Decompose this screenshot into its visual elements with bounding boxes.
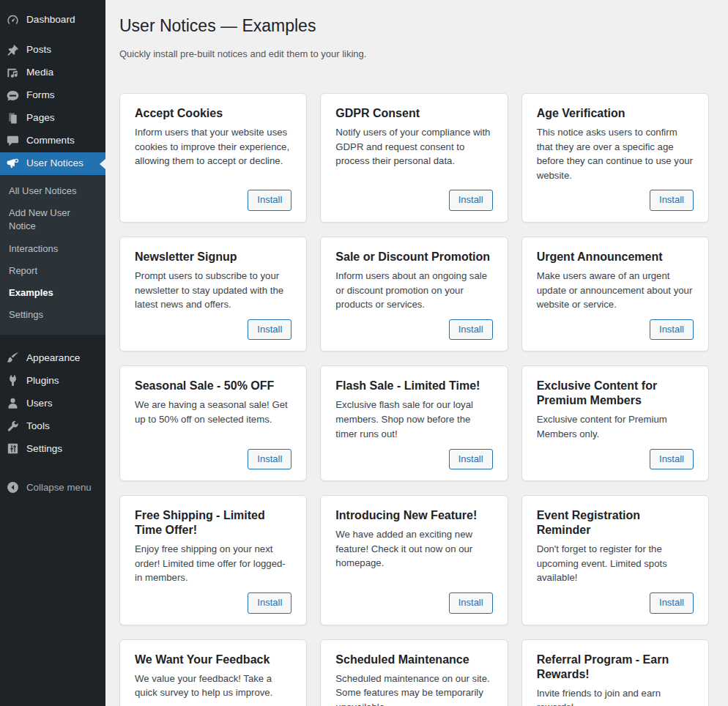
collapse-menu-button[interactable]: Collapse menu (0, 476, 105, 499)
submenu-item-interactions[interactable]: Interactions (0, 238, 105, 260)
sidebar-item-posts[interactable]: Posts (0, 39, 105, 62)
appearance-brush-icon (6, 351, 20, 365)
submenu-item-all-user-notices[interactable]: All User Notices (0, 180, 105, 202)
install-button[interactable]: Install (650, 592, 694, 614)
sidebar-item-plugins[interactable]: Plugins (0, 369, 105, 392)
card-title: Sale or Discount Promotion (335, 250, 492, 264)
sidebar-item-label: Forms (26, 89, 55, 101)
card-actions: Install (537, 182, 694, 211)
card-description: We are having a seasonal sale! Get up to… (135, 398, 291, 426)
sidebar-item-comments[interactable]: Comments (0, 130, 105, 152)
card-description: We value your feedback! Take a quick sur… (135, 672, 291, 700)
card-description: Prompt users to subscribe to your newsle… (135, 269, 291, 312)
notice-card-seasonal-sale-50-off: Seasonal Sale - 50% OFF We are having a … (119, 365, 307, 481)
card-description: Exclusive content for Premium Members on… (537, 412, 694, 441)
sidebar-item-appearance[interactable]: Appearance (0, 346, 105, 369)
media-icon (6, 66, 20, 80)
card-description: Don't forget to register for the upcomin… (537, 542, 694, 585)
sidebar-item-tools[interactable]: Tools (0, 415, 105, 437)
card-title: Scheduled Maintenance (335, 653, 492, 667)
notice-card-sale-or-discount-promotion: Sale or Discount Promotion Inform users … (320, 237, 508, 352)
megaphone-icon (6, 157, 20, 171)
card-description: Enjoy free shipping on your next order! … (135, 542, 291, 585)
notice-card-event-registration-reminder: Event Registration Reminder Don't forget… (521, 495, 709, 625)
sidebar-item-label: User Notices (26, 157, 83, 169)
collapse-menu-label: Collapse menu (26, 482, 92, 494)
card-actions: Install (135, 585, 291, 614)
sidebar-item-label: Pages (26, 112, 55, 124)
card-actions: Install (335, 585, 492, 614)
install-button[interactable]: Install (650, 319, 694, 341)
submenu-item-examples[interactable]: Examples (0, 282, 105, 304)
sidebar-item-forms[interactable]: Forms (0, 84, 105, 107)
card-title: Event Registration Reminder (537, 508, 694, 538)
card-description: We have added an exciting new feature! C… (335, 527, 492, 571)
card-actions: Install (135, 442, 291, 470)
wp-admin-page: Dashboard Posts Media Forms Pages Commen… (0, 0, 728, 706)
card-title: Referral Program - Earn Rewards! (537, 653, 694, 682)
sidebar-item-users[interactable]: Users (0, 392, 105, 415)
install-button[interactable]: Install (248, 319, 291, 341)
card-title: Flash Sale - Limited Time! (335, 379, 492, 393)
pushpin-icon (6, 43, 20, 57)
submenu-item-add-new-user-notice[interactable]: Add New User Notice (0, 202, 105, 237)
sidebar-item-media[interactable]: Media (0, 62, 105, 84)
card-description: Scheduled maintenance on our site. Some … (335, 672, 492, 706)
card-title: Free Shipping - Limited Time Offer! (135, 508, 291, 538)
install-button[interactable]: Install (449, 592, 493, 614)
sidebar-item-dashboard[interactable]: Dashboard (0, 9, 105, 31)
notice-card-flash-sale-limited-time: Flash Sale - Limited Time! Exclusive fla… (320, 365, 508, 481)
sidebar-item-label: Users (26, 398, 53, 409)
sidebar-item-user-notices[interactable]: User Notices (0, 152, 105, 175)
notice-card-gdpr-consent: GDPR Consent Notify users of your compli… (320, 93, 508, 223)
card-title: Accept Cookies (135, 106, 291, 121)
user-notices-submenu: All User NoticesAdd New User NoticeInter… (0, 175, 105, 335)
collapse-arrow-icon (6, 480, 20, 494)
sidebar-item-label: Tools (26, 420, 50, 432)
notice-card-newsletter-signup: Newsletter Signup Prompt users to subscr… (119, 237, 307, 352)
install-button[interactable]: Install (449, 449, 493, 470)
sidebar-item-settings[interactable]: Settings (0, 437, 105, 460)
sidebar-item-label: Appearance (26, 352, 80, 364)
notice-card-age-verification: Age Verification This notice asks users … (521, 93, 709, 223)
settings-sliders-icon (6, 442, 20, 456)
page-title: User Notices — Examples (119, 0, 709, 37)
card-title: Seasonal Sale - 50% OFF (135, 379, 291, 393)
install-button[interactable]: Install (650, 190, 694, 211)
submenu-item-settings[interactable]: Settings (0, 304, 105, 326)
card-title: GDPR Consent (335, 106, 492, 121)
sidebar-item-label: Plugins (26, 375, 59, 387)
card-title: Introducing New Feature! (335, 508, 492, 523)
sidebar-item-label: Comments (26, 135, 75, 146)
card-actions: Install (135, 182, 291, 211)
sidebar-item-pages[interactable]: Pages (0, 107, 105, 130)
card-actions: Install (537, 312, 694, 341)
notice-card-exclusive-content-for-premium-members: Exclusive Content for Premium Members Ex… (521, 365, 709, 481)
install-button[interactable]: Install (248, 449, 291, 470)
card-title: Newsletter Signup (135, 250, 291, 264)
examples-grid: Accept Cookies Inform users that your we… (119, 93, 709, 706)
install-button[interactable]: Install (248, 190, 291, 211)
active-item-arrow (100, 159, 105, 169)
users-icon (6, 396, 20, 410)
card-description: Inform users that your website uses cook… (135, 125, 291, 168)
plugin-icon (6, 374, 20, 387)
dashboard-icon (6, 13, 20, 27)
card-actions: Install (335, 312, 492, 341)
card-description: Make users aware of an urgent update or … (537, 269, 694, 312)
comments-icon (6, 134, 20, 148)
notice-card-free-shipping-limited-time-offer: Free Shipping - Limited Time Offer! Enjo… (119, 495, 307, 625)
notice-card-introducing-new-feature: Introducing New Feature! We have added a… (320, 495, 508, 625)
card-description: This notice asks users to confirm that t… (537, 125, 694, 182)
install-button[interactable]: Install (449, 319, 493, 341)
notice-card-urgent-announcement: Urgent Announcement Make users aware of … (521, 237, 709, 352)
install-button[interactable]: Install (248, 592, 291, 614)
card-description: Invite friends to join and earn rewards! (537, 686, 694, 706)
pages-icon (6, 111, 20, 125)
install-button[interactable]: Install (650, 449, 694, 470)
content-area: User Notices — Examples Quickly install … (105, 0, 728, 706)
card-description: Exclusive flash sale for our loyal membe… (335, 398, 492, 441)
install-button[interactable]: Install (449, 190, 493, 211)
notice-card-accept-cookies: Accept Cookies Inform users that your we… (119, 93, 307, 223)
submenu-item-report[interactable]: Report (0, 260, 105, 282)
